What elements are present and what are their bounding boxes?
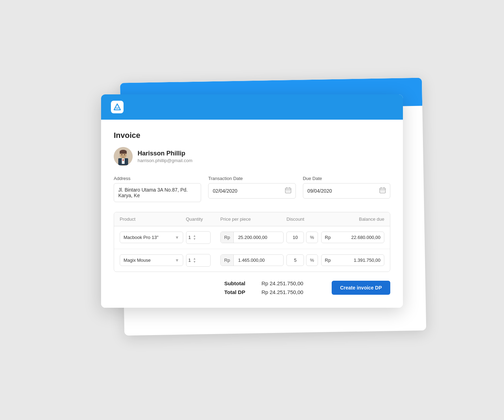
svg-rect-17	[384, 191, 384, 191]
svg-rect-12	[288, 191, 289, 191]
table-row: Magix Mouse ▼ 1 ▲ ▼ Rp 1.465.000,00	[114, 249, 390, 272]
total-dp-value: Rp 24.251.750,00	[261, 289, 318, 295]
header-balance: Balance due	[321, 216, 385, 222]
header-quantity: Quantity	[186, 216, 218, 222]
transaction-date-field-group: Transaction Date 02/04/2020	[208, 176, 296, 202]
calendar-icon-transaction	[285, 187, 291, 195]
quantity-input-1[interactable]: 1 ▲ ▼	[186, 231, 211, 244]
app-logo	[111, 101, 124, 113]
qty-arrows-2[interactable]: ▲ ▼	[193, 257, 196, 264]
discount-value-2[interactable]: 5	[286, 254, 304, 266]
discount-cell-2: 5 %	[286, 254, 318, 266]
due-date-label: Due Date	[303, 176, 390, 181]
balance-currency-1: Rp	[325, 235, 331, 240]
svg-rect-15	[381, 191, 382, 191]
address-value: Jl. Bintaro Utama 3A No.87, Pd. Karya, K…	[118, 187, 197, 198]
balance-currency-2: Rp	[325, 258, 331, 263]
total-dp-line: Total DP Rp 24.251.750,00	[224, 289, 318, 295]
products-table: Product Quantity Price per piece Discoun…	[114, 212, 390, 272]
quantity-input-2[interactable]: 1 ▲ ▼	[186, 254, 211, 267]
form-fields: Address Jl. Bintaro Utama 3A No.87, Pd. …	[114, 176, 390, 202]
product-name-2: Magix Mouse	[124, 258, 151, 263]
transaction-date-input[interactable]: 02/04/2020	[208, 183, 296, 199]
header-discount: Discount	[286, 216, 318, 222]
create-invoice-button[interactable]: Create invoice DP	[332, 281, 390, 295]
svg-rect-16	[382, 191, 383, 191]
currency-label-1: Rp	[221, 232, 234, 243]
subtotal-line: Subtotal Rp 24.251.750,00	[224, 280, 318, 286]
price-input-1[interactable]: Rp 25.200.000,00	[220, 232, 284, 243]
avatar	[114, 147, 133, 166]
totals-section: Subtotal Rp 24.251.750,00 Total DP Rp 24…	[224, 280, 318, 295]
table-row: Macbook Pro 13" ▼ 1 ▲ ▼ Rp 25.200.000,00	[114, 226, 390, 249]
product-select-2[interactable]: Magix Mouse ▼	[120, 254, 183, 266]
user-name: Harisson Phillip	[138, 150, 192, 157]
percent-icon-1: %	[306, 232, 318, 243]
qty-down-icon[interactable]: ▼	[193, 260, 196, 264]
price-value-2: 1.465.000,00	[238, 258, 265, 263]
balance-cell-1: Rp 22.680.000,00	[321, 232, 385, 243]
main-card: Invoice	[101, 94, 403, 308]
qty-value-2: 1	[188, 258, 191, 263]
chevron-down-icon: ▼	[175, 235, 179, 240]
calendar-icon-due	[379, 187, 386, 195]
discount-value-1[interactable]: 10	[286, 232, 304, 243]
header-price: Price per piece	[220, 216, 284, 222]
user-info: Harisson Phillip harrison.phillip@gmail.…	[138, 150, 192, 163]
balance-value-2: 1.391.750,00	[354, 258, 380, 263]
address-label: Address	[114, 176, 201, 181]
app-header	[101, 94, 403, 120]
address-input[interactable]: Jl. Bintaro Utama 3A No.87, Pd. Karya, K…	[114, 183, 201, 202]
qty-down-icon[interactable]: ▼	[193, 238, 196, 241]
header-product: Product	[120, 216, 183, 222]
subtotal-label: Subtotal	[224, 280, 256, 286]
table-header: Product Quantity Price per piece Discoun…	[114, 212, 390, 226]
product-name-1: Macbook Pro 13"	[124, 235, 158, 240]
user-email: harrison.phillip@gmail.com	[138, 158, 192, 163]
svg-point-8	[124, 154, 125, 155]
due-date-field-group: Due Date 09/04/2020	[303, 176, 390, 202]
due-date-value: 09/04/2020	[307, 188, 332, 194]
due-date-input[interactable]: 09/04/2020	[303, 183, 390, 199]
svg-rect-6	[120, 152, 127, 154]
svg-rect-11	[286, 191, 287, 191]
svg-rect-13	[289, 191, 290, 191]
svg-point-9	[123, 155, 124, 156]
price-input-2[interactable]: Rp 1.465.000,00	[220, 254, 284, 266]
chevron-down-icon: ▼	[175, 258, 179, 263]
card-body: Invoice	[101, 120, 403, 308]
total-dp-label: Total DP	[224, 289, 256, 295]
discount-cell-1: 10 %	[286, 232, 318, 243]
transaction-date-label: Transaction Date	[208, 176, 296, 181]
qty-arrows-1[interactable]: ▲ ▼	[193, 234, 196, 241]
totals-actions: Subtotal Rp 24.251.750,00 Total DP Rp 24…	[114, 280, 390, 295]
balance-cell-2: Rp 1.391.750,00	[321, 254, 385, 266]
qty-value-1: 1	[188, 235, 191, 240]
price-value-1: 25.200.000,00	[238, 235, 267, 240]
transaction-date-value: 02/04/2020	[213, 188, 237, 194]
user-row: Harisson Phillip harrison.phillip@gmail.…	[114, 147, 390, 166]
invoice-title: Invoice	[114, 131, 390, 140]
subtotal-value: Rp 24.251.750,00	[261, 280, 318, 286]
percent-icon-2: %	[306, 254, 318, 266]
address-field-group: Address Jl. Bintaro Utama 3A No.87, Pd. …	[114, 176, 201, 202]
balance-value-1: 22.680.000,00	[351, 235, 380, 240]
product-select-1[interactable]: Macbook Pro 13" ▼	[120, 232, 183, 243]
svg-point-7	[121, 154, 122, 155]
currency-label-2: Rp	[221, 255, 234, 266]
